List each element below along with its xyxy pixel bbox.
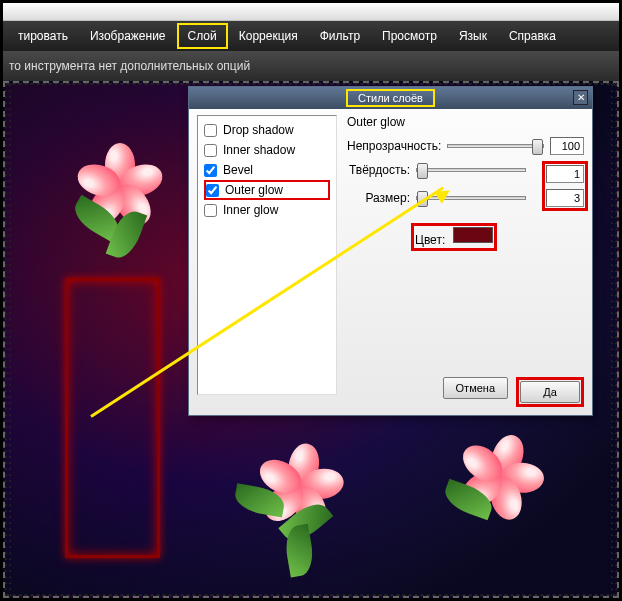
menu-item-language[interactable]: Язык <box>448 23 498 49</box>
ok-button[interactable]: Да <box>520 381 580 403</box>
app-frame: тировать Изображение Слой Коррекция Филь… <box>0 0 622 601</box>
layer-styles-dialog: Стили слоёв ✕ Drop shadow Inner shadow B… <box>188 86 593 416</box>
value-hardness[interactable]: 1 <box>546 165 584 183</box>
value-size[interactable]: 3 <box>546 189 584 207</box>
label-color: Цвет: <box>415 233 445 247</box>
stamp-edge-right <box>611 83 617 596</box>
menu-item-image[interactable]: Изображение <box>79 23 177 49</box>
close-button[interactable]: ✕ <box>573 90 588 105</box>
fx-label: Inner glow <box>223 203 278 217</box>
slider-thumb[interactable] <box>532 139 543 155</box>
label-hardness: Твёрдость: <box>349 163 410 177</box>
label-size: Размер: <box>365 191 410 205</box>
menu-item-filter[interactable]: Фильтр <box>309 23 371 49</box>
fx-check-inner-shadow[interactable] <box>204 144 217 157</box>
fx-item-bevel[interactable]: Bevel <box>204 160 330 180</box>
effect-settings-pane: Outer glow Непрозрачность: 100 1 3 <box>347 115 584 407</box>
fx-check-outer-glow[interactable] <box>206 184 219 197</box>
fx-label: Outer glow <box>225 183 283 197</box>
values-highlight: 1 3 <box>542 161 588 211</box>
fx-item-inner-glow[interactable]: Inner glow <box>204 200 330 220</box>
pane-title: Outer glow <box>347 115 584 129</box>
slider-size[interactable] <box>416 196 526 200</box>
color-swatch[interactable] <box>453 227 493 243</box>
slider-hardness[interactable] <box>416 168 526 172</box>
dialog-title: Стили слоёв <box>346 89 435 107</box>
dialog-buttons: Отмена Да <box>443 377 584 407</box>
ok-highlight: Да <box>516 377 584 407</box>
row-hardness: 1 <box>546 165 584 183</box>
close-icon: ✕ <box>577 92 585 103</box>
fx-check-inner-glow[interactable] <box>204 204 217 217</box>
menu-item-help[interactable]: Справка <box>498 23 567 49</box>
slider-thumb[interactable] <box>417 163 428 179</box>
menu-bar: тировать Изображение Слой Коррекция Филь… <box>3 21 619 51</box>
row-hardness-slider: Твёрдость: <box>349 163 532 177</box>
fx-item-drop-shadow[interactable]: Drop shadow <box>204 120 330 140</box>
selection-rectangle <box>65 278 160 558</box>
fx-label: Drop shadow <box>223 123 294 137</box>
menu-item-adjust[interactable]: Коррекция <box>228 23 309 49</box>
cancel-button[interactable]: Отмена <box>443 377 508 399</box>
menu-item-view[interactable]: Просмотр <box>371 23 448 49</box>
value-opacity[interactable]: 100 <box>550 137 584 155</box>
fx-label: Inner shadow <box>223 143 295 157</box>
row-opacity: Непрозрачность: 100 <box>347 137 584 155</box>
row-size: 3 <box>546 189 584 207</box>
fx-check-drop-shadow[interactable] <box>204 124 217 137</box>
menu-item-edit[interactable]: тировать <box>7 23 79 49</box>
fx-item-outer-glow[interactable]: Outer glow <box>204 180 330 200</box>
row-color: Цвет: <box>411 223 497 251</box>
fx-check-bevel[interactable] <box>204 164 217 177</box>
stamp-edge-bottom <box>5 590 617 596</box>
fx-label: Bevel <box>223 163 253 177</box>
fx-item-inner-shadow[interactable]: Inner shadow <box>204 140 330 160</box>
stamp-edge-left <box>5 83 11 596</box>
menu-item-layer[interactable]: Слой <box>177 23 228 49</box>
options-bar: то инструмента нет дополнительных опций <box>3 51 619 81</box>
options-bar-text: то инструмента нет дополнительных опций <box>9 59 250 73</box>
color-highlight: Цвет: <box>411 223 497 251</box>
dialog-titlebar[interactable]: Стили слоёв ✕ <box>189 87 592 109</box>
window-titlebar <box>3 3 619 21</box>
label-opacity: Непрозрачность: <box>347 139 441 153</box>
dialog-body: Drop shadow Inner shadow Bevel Outer glo… <box>189 109 592 415</box>
effects-list: Drop shadow Inner shadow Bevel Outer glo… <box>197 115 337 395</box>
slider-opacity[interactable] <box>447 144 543 148</box>
